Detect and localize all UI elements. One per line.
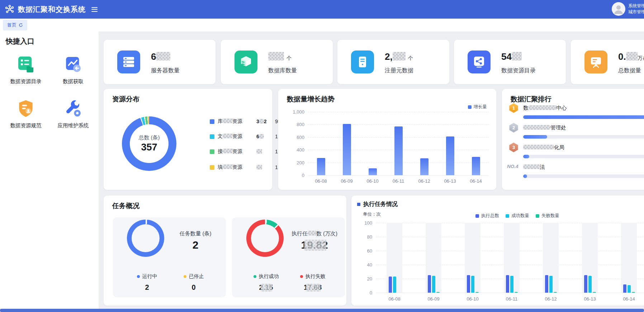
aggregation-ranking-panel: 数据汇聚排行 1数中心2管理处3化局NO.4法 <box>502 89 644 190</box>
redacted-fragment <box>223 149 232 153</box>
stat-label: 注册元数据 <box>385 67 413 75</box>
ranking-bar-fill <box>523 174 527 178</box>
text-fragment: 54 <box>501 51 512 62</box>
redacted-fragment <box>223 134 232 138</box>
metric-label: 执行任数 (万次) <box>288 230 341 237</box>
text-fragment: 数 (万次) <box>316 230 337 236</box>
quick-entry-sidebar: 快捷入口 数据资源目录 数据获取 <box>0 32 99 312</box>
board-icon <box>584 51 607 73</box>
avatar[interactable] <box>612 2 625 16</box>
text-fragment: 资源 <box>232 133 242 139</box>
legend-swatch <box>210 165 214 170</box>
redacted-fragment <box>259 134 264 139</box>
redacted-fragment <box>259 119 264 124</box>
growth-bar <box>446 136 454 175</box>
redacted-fragment <box>256 165 262 169</box>
legend-dot <box>254 275 256 278</box>
legend-dot <box>137 275 140 278</box>
task-count-donut <box>127 220 164 257</box>
sidebar-item-data-catalog[interactable]: 数据资源目录 <box>2 54 49 85</box>
x-axis-label: 06-13 <box>444 178 456 184</box>
redacted-fragment <box>268 52 284 61</box>
donut-center: 总数 (条) 357 <box>122 116 176 171</box>
resource-distribution-panel: 资源分布 总数 (条) 357 库资源3295.80%文资源61.68%接资源1… <box>104 89 272 190</box>
legend-item-success: 执行成功 2.15 <box>254 273 279 292</box>
legend-value: 17.68 <box>304 283 322 292</box>
legend-name: 库资源 <box>218 118 256 125</box>
exec-legend-item: 成功数量 <box>506 213 529 219</box>
y-axis-tick: 20 <box>354 276 372 282</box>
gridline <box>308 112 489 112</box>
ranking-bar-fill <box>523 135 547 139</box>
ranking-bar-track <box>523 174 644 178</box>
tab-home[interactable]: 首页 <box>3 20 27 30</box>
stat-value: 个 <box>268 51 292 62</box>
menu-toggle-icon[interactable] <box>91 7 98 12</box>
exec-bar <box>628 285 631 293</box>
legend-swatch <box>506 214 509 218</box>
legend-name: 填资源 <box>218 164 256 171</box>
metric-value: 2 <box>169 239 222 251</box>
growth-bar <box>472 157 480 175</box>
stat-card-databases[interactable]: 个 数据库数量 <box>221 40 333 84</box>
panel-title-text: 执行任务情况 <box>363 201 398 208</box>
task-exec-donut <box>246 220 284 257</box>
growth-bar-chart: 1,000800600400200006-0806-0906-1006-1106… <box>308 112 489 175</box>
unit-label: 单位：次 <box>363 211 381 217</box>
legend-swatch <box>210 134 214 139</box>
exec-bar <box>545 275 548 293</box>
exec-bar <box>428 275 431 293</box>
user-area[interactable]: 系统管理 城市管理 <box>612 2 644 16</box>
exec-bar-chart: 10080604020006-0806-0906-1006-1106-1206-… <box>376 223 644 293</box>
exec-bar <box>475 292 479 293</box>
app-logo-icon <box>5 5 14 14</box>
legend-value: 2.15 <box>259 283 273 292</box>
gridline <box>308 124 489 125</box>
execution-tasks-panel: 执行任务情况 单位：次 执行总数成功数量失败数量 10080604020006-… <box>351 196 644 306</box>
x-axis-label: 06-11 <box>506 296 517 302</box>
exec-bar <box>515 292 518 293</box>
legend-label: 增长量 <box>474 104 487 110</box>
metric-value: 19.82 <box>288 239 341 251</box>
sidebar-item-app-maintenance[interactable]: 应用维护系统 <box>49 99 97 129</box>
sidebar-item-data-acquire[interactable]: 数据获取 <box>49 54 97 85</box>
x-axis-label: 06-14 <box>623 296 635 302</box>
growth-bar <box>317 158 325 175</box>
panel-title: 数据汇聚排行 <box>511 95 551 104</box>
ranking-item-name: 法 <box>523 164 545 171</box>
exec-bar <box>593 292 596 293</box>
gridline <box>308 175 489 176</box>
stat-value: 54 <box>501 51 522 62</box>
horizontal-scrollbar[interactable] <box>0 309 644 312</box>
app-header: 数据汇聚和交换系统 系统管理 城市管理 <box>0 0 644 19</box>
panel-title: 任务概况 <box>112 201 139 211</box>
redacted-fragment <box>523 164 540 169</box>
donut-center-value: 357 <box>141 142 157 153</box>
redacted-fragment <box>256 149 262 154</box>
metric-label: 任务数量 (条) <box>169 230 222 237</box>
text-fragment: 2, <box>385 51 393 62</box>
x-axis-label: 06-09 <box>341 178 352 184</box>
exec-bar <box>584 275 587 293</box>
stat-label: 总数据量 <box>618 67 641 75</box>
redacted-fragment <box>626 52 638 61</box>
y-axis-tick: 80 <box>354 234 372 240</box>
refresh-icon[interactable] <box>19 23 23 27</box>
database-box-icon <box>235 51 257 73</box>
stat-card-metadata[interactable]: 2, 个 注册元数据 <box>337 40 449 84</box>
text-fragment: 6 <box>151 51 156 62</box>
legend-swatch <box>475 214 479 218</box>
task-overview-panel: 任务概况 任务数量 (条) 2 运行中 2 已停止 0 执行任数 (万次) 19… <box>104 196 346 306</box>
donut-center-label: 总数 (条) <box>138 134 160 141</box>
text-fragment: 库 <box>218 118 223 124</box>
redacted-fragment <box>529 105 557 110</box>
stat-card-resource-catalog[interactable]: 54 数据资源目录 <box>454 40 566 84</box>
sidebar-heading: 快捷入口 <box>6 37 34 46</box>
stat-card-servers[interactable]: 6 服务器数量 <box>104 40 216 84</box>
ranking-item-name: 管理处 <box>523 124 566 131</box>
stat-card-total-data[interactable]: 0.万条 总数据量 <box>571 40 644 84</box>
redacted-fragment <box>308 231 316 236</box>
exec-bar <box>623 284 626 293</box>
sidebar-item-data-standard[interactable]: 数据资源规范 <box>2 99 49 129</box>
y-axis-tick: 400 <box>286 147 304 153</box>
